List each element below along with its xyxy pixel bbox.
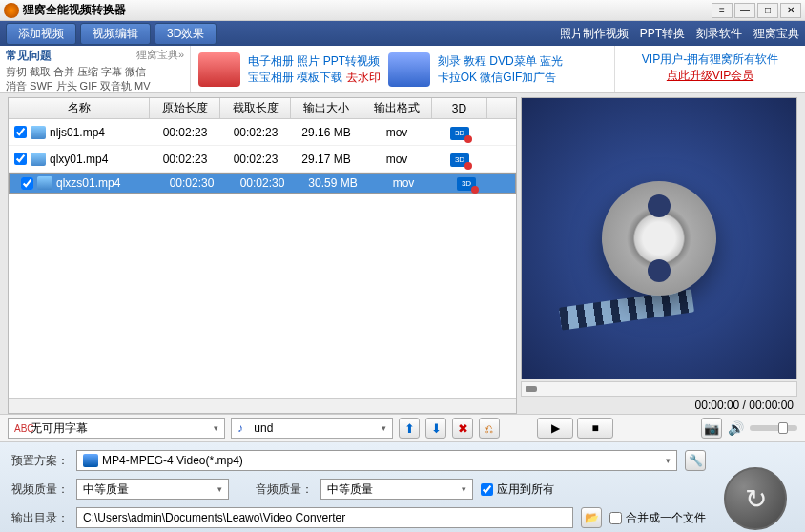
mid-toolbar: ABC 无可用字幕▾ ♪ und▾ ⬆ ⬇ ✖ ⎌ ▶ ■ 📷 🔊 — [0, 414, 805, 442]
burn-thumb-icon — [388, 52, 430, 87]
3d-badge[interactable]: 3D — [457, 177, 476, 191]
faq-more[interactable]: 狸窝宝典» — [136, 48, 184, 64]
h-scrollbar[interactable] — [9, 398, 516, 413]
file-name: qlxy01.mp4 — [50, 153, 108, 166]
seek-bar[interactable] — [521, 381, 797, 397]
3d-badge[interactable]: 3D — [450, 153, 469, 167]
baodian-link[interactable]: 狸窝宝典 — [753, 26, 799, 42]
orig-len: 00:02:23 — [150, 126, 220, 139]
file-icon — [31, 153, 46, 166]
profile-settings-button[interactable]: 🔧 — [685, 450, 706, 471]
edit-video-button[interactable]: 视频编辑 — [80, 23, 151, 45]
move-down-button[interactable]: ⬇ — [425, 418, 446, 439]
vip-upgrade-link[interactable]: 点此升级VIP会员 — [621, 68, 799, 84]
video-preview[interactable] — [521, 97, 797, 379]
clear-button[interactable]: ⎌ — [479, 418, 500, 439]
col-out-size[interactable]: 输出大小 — [291, 98, 361, 118]
file-name: nljs01.mp4 — [50, 126, 105, 139]
col-cut-len[interactable]: 截取长度 — [220, 98, 291, 118]
vq-label: 视频质量： — [11, 481, 69, 498]
faq-tags[interactable]: 剪切 截取 合并 压缩 字幕 微信 消音 SWF 片头 GIF 双音轨 MV — [6, 65, 184, 93]
timecode: 00:00:00 / 00:00:00 — [521, 397, 797, 414]
col-3d[interactable]: 3D — [432, 98, 487, 118]
table-row[interactable]: qlxy01.mp400:02:2300:02:2329.17 MBmov3D — [9, 146, 516, 173]
burn-software-link[interactable]: 刻录软件 — [696, 26, 742, 42]
subtitle-select[interactable]: ABC 无可用字幕▾ — [8, 418, 225, 439]
menu-icon[interactable]: ≡ — [712, 3, 733, 18]
main-toolbar: 添加视频 视频编辑 3D效果 照片制作视频 PPT转换 刻录软件 狸窝宝典 — [0, 21, 805, 46]
out-fmt: mov — [361, 126, 432, 139]
video-format-icon — [83, 454, 98, 467]
maximize-button[interactable]: □ — [757, 3, 778, 18]
reel-icon — [602, 181, 716, 296]
out-fmt: mov — [368, 176, 439, 190]
cut-len: 00:02:23 — [220, 153, 291, 166]
row-check[interactable] — [21, 177, 33, 190]
remove-button[interactable]: ✖ — [452, 418, 473, 439]
close-button[interactable]: ✕ — [780, 3, 801, 18]
move-up-button[interactable]: ⬆ — [399, 418, 420, 439]
output-path[interactable]: C:\Users\admin\Documents\Leawo\Video Con… — [76, 507, 573, 528]
add-video-button[interactable]: 添加视频 — [6, 23, 76, 45]
video-quality-select[interactable]: 中等质量▾ — [76, 479, 229, 500]
cut-len: 00:02:30 — [227, 176, 298, 190]
volume-icon[interactable]: 🔊 — [728, 420, 744, 436]
app-icon — [4, 3, 19, 18]
snapshot-button[interactable]: 📷 — [701, 418, 722, 439]
file-list: 名称 原始长度 截取长度 输出大小 输出格式 3D nljs01.mp400:0… — [8, 97, 517, 414]
out-size: 29.16 MB — [291, 126, 361, 139]
faq-header[interactable]: 常见问题 — [6, 48, 52, 64]
file-icon — [31, 126, 46, 139]
file-name: qlxzs01.mp4 — [56, 176, 120, 190]
album-links[interactable]: 电子相册 照片 PPT转视频 宝宝相册 模板下载 去水印 — [248, 53, 381, 86]
burn-links[interactable]: 刻录 教程 DVD菜单 蓝光 卡拉OK 微信GIF加广告 — [438, 53, 563, 86]
row-check[interactable] — [14, 153, 27, 165]
row-check[interactable] — [14, 126, 27, 138]
aq-label: 音频质量： — [256, 481, 313, 498]
app-title: 狸窝全能视频转换器 — [23, 2, 712, 18]
filmstrip-icon — [559, 289, 694, 330]
title-bar: 狸窝全能视频转换器 ≡ — □ ✕ — [0, 0, 805, 21]
apply-all-check[interactable]: 应用到所有 — [481, 481, 554, 498]
col-out-fmt[interactable]: 输出格式 — [361, 98, 432, 118]
orig-len: 00:02:30 — [156, 176, 227, 190]
bottom-panel: 预置方案： MP4-MPEG-4 Video(*.mp4)▾ 🔧 视频质量： 中… — [0, 442, 805, 532]
profile-label: 预置方案： — [11, 453, 69, 469]
promo-strip: 常见问题 狸窝宝典» 剪切 截取 合并 压缩 字幕 微信 消音 SWF 片头 G… — [0, 46, 805, 93]
audio-icon: ♪ — [237, 421, 251, 435]
file-icon — [37, 176, 52, 190]
vip-text: VIP用户-拥有狸窝所有软件 — [621, 51, 799, 68]
merge-check[interactable]: 合并成一个文件 — [609, 510, 706, 526]
volume-slider[interactable] — [750, 425, 797, 431]
out-size: 29.17 MB — [291, 153, 361, 166]
minimize-button[interactable]: — — [734, 3, 755, 18]
ppt-convert-link[interactable]: PPT转换 — [640, 26, 685, 42]
audio-quality-select[interactable]: 中等质量▾ — [320, 479, 473, 500]
output-label: 输出目录： — [11, 510, 69, 526]
preview-pane: 00:00:00 / 00:00:00 — [521, 97, 797, 414]
play-button[interactable]: ▶ — [537, 418, 573, 439]
browse-button[interactable]: 📂 — [581, 507, 602, 528]
3d-effect-button[interactable]: 3D效果 — [155, 23, 217, 45]
out-size: 30.59 MB — [298, 176, 368, 190]
3d-badge[interactable]: 3D — [450, 127, 469, 140]
col-orig-len[interactable]: 原始长度 — [150, 98, 220, 118]
col-name[interactable]: 名称 — [9, 98, 150, 118]
profile-select[interactable]: MP4-MPEG-4 Video(*.mp4)▾ — [76, 450, 677, 471]
photo-video-link[interactable]: 照片制作视频 — [560, 26, 629, 42]
cut-len: 00:02:23 — [220, 126, 291, 139]
out-fmt: mov — [361, 153, 432, 166]
audio-track-select[interactable]: ♪ und▾ — [231, 418, 393, 439]
album-thumb-icon — [198, 52, 240, 87]
table-row[interactable]: nljs01.mp400:02:2300:02:2329.16 MBmov3D — [9, 119, 516, 146]
orig-len: 00:02:23 — [150, 153, 220, 166]
stop-button[interactable]: ■ — [577, 418, 613, 439]
convert-button[interactable]: ↻ — [724, 467, 787, 530]
subtitle-icon: ABC — [14, 423, 28, 434]
table-row[interactable]: qlxzs01.mp400:02:3000:02:3030.59 MBmov3D — [9, 173, 516, 194]
